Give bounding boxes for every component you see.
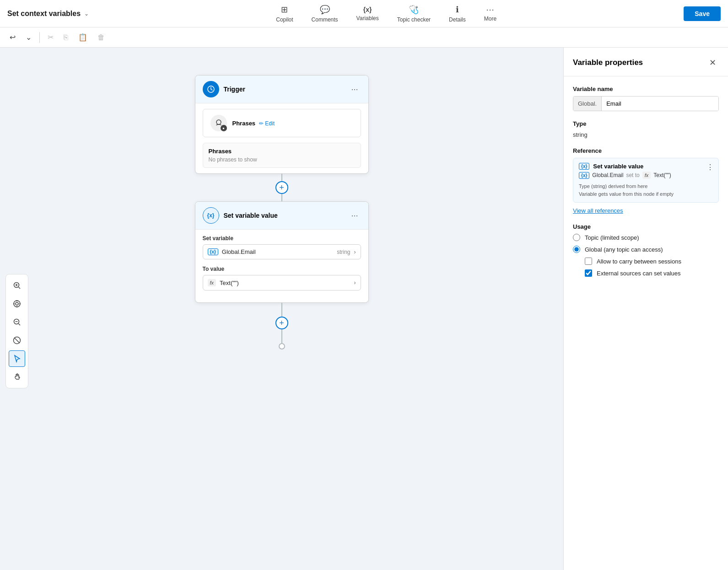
zoom-in-button[interactable] [9, 277, 25, 294]
var-name-row: Global. [573, 96, 719, 111]
trigger-menu-button[interactable]: ··· [348, 84, 361, 95]
phrases-info: Phrases ✏ Edit [232, 119, 275, 127]
global-radio-row: Global (any topic can access) [573, 246, 719, 253]
nav-details[interactable]: ℹ Details [447, 1, 468, 27]
toolbar: ↩ ⌄ ✂ ⎘ 📋 🗑 [0, 27, 728, 48]
trigger-header-left: Trigger [203, 81, 245, 97]
var-arrow-icon: › [354, 249, 356, 255]
nav-comments-label: Comments [312, 16, 338, 23]
nav-more[interactable]: ··· More [482, 1, 498, 26]
left-tools [5, 274, 28, 388]
hand-button[interactable] [9, 369, 25, 385]
ref-note-line2: Variable gets value from this node if em… [579, 190, 713, 198]
view-all-references-link[interactable]: View all references [573, 207, 623, 214]
cut-button[interactable]: ✂ [43, 31, 58, 44]
global-radio-label: Global (any topic can access) [585, 246, 663, 253]
external-checkbox-label: External sources can set values [597, 270, 681, 277]
cursor-button[interactable] [9, 350, 25, 367]
paste-button[interactable]: 📋 [74, 31, 92, 44]
undo-button[interactable]: ↩ [5, 31, 20, 44]
reference-group: Reference {x} Set variable value ⋮ {x} G… [573, 147, 719, 214]
trigger-node: Trigger ··· ● Phrases ✏ Edit [195, 75, 369, 174]
set-variable-section: Set variable {x} Global.Email string › [203, 235, 361, 259]
phrases-empty-text: No phrases to show [209, 156, 355, 163]
svg-point-15 [216, 120, 221, 124]
block-button[interactable] [9, 332, 25, 349]
var-name-text: Global.Email [222, 248, 333, 255]
delete-button[interactable]: 🗑 [93, 31, 109, 44]
topic-radio-label: Topic (limited scope) [585, 234, 639, 241]
set-var-menu-button[interactable]: ··· [348, 210, 361, 221]
ref-menu-button[interactable]: ⋮ [706, 163, 714, 172]
connector-1: + [275, 174, 288, 201]
connector-line-1 [281, 174, 282, 181]
nav-topic-checker-label: Topic checker [397, 16, 431, 23]
edit-link[interactable]: ✏ Edit [259, 120, 275, 127]
trigger-node-header: Trigger ··· [195, 75, 368, 103]
nav-comments[interactable]: 💬 Comments [310, 1, 340, 27]
copy-button[interactable]: ⎘ [59, 31, 72, 44]
connector-line-1b [281, 194, 282, 201]
var-badge: {x} [208, 248, 218, 255]
usage-group: Usage Topic (limited scope) Global (any … [573, 223, 719, 277]
phrases-section-title: Phrases [209, 148, 355, 155]
zoom-out-button[interactable] [9, 314, 25, 330]
svg-point-5 [14, 301, 20, 307]
usage-label: Usage [573, 223, 719, 230]
svg-line-1 [19, 287, 21, 289]
ref-var-name: Global.Email [592, 172, 623, 178]
carry-checkbox-label: Allow to carry between sessions [597, 258, 681, 265]
external-checkbox[interactable] [585, 269, 592, 277]
to-value-field[interactable]: fx Text("") › [203, 275, 361, 290]
to-value-label: To value [203, 266, 361, 272]
var-name-group: Variable name Global. [573, 86, 719, 111]
center-button[interactable] [9, 296, 25, 312]
set-var-icon: {x} [203, 207, 219, 224]
set-var-header: {x} Set variable value ··· [195, 202, 368, 230]
add-node-button-1[interactable]: + [275, 181, 288, 194]
svg-line-11 [19, 324, 21, 326]
nav-variables-label: Variables [356, 15, 379, 22]
undo-history-button[interactable]: ⌄ [22, 31, 36, 44]
global-radio[interactable] [573, 246, 580, 253]
phrases-label: Phrases [232, 120, 256, 127]
comments-icon: 💬 [320, 5, 330, 15]
var-type-text: string [337, 249, 350, 255]
add-node-button-2[interactable]: + [275, 317, 288, 329]
var-name-input[interactable] [602, 97, 718, 111]
ref-badge: {x} [579, 163, 589, 170]
page-title: Set context variables [7, 10, 81, 18]
flow-end-circle [279, 343, 285, 350]
carry-checkbox[interactable] [585, 258, 592, 265]
save-button[interactable]: Save [684, 6, 721, 21]
topic-radio-row: Topic (limited scope) [573, 234, 719, 241]
var-prefix-label: Global. [573, 97, 602, 111]
ref-note-line1: Type (string) derived from here [579, 183, 713, 190]
reference-label: Reference [573, 147, 719, 154]
flow-end-line-2 [281, 329, 282, 343]
ref-row: {x} Set variable value ⋮ [579, 163, 713, 170]
type-value: string [573, 131, 588, 138]
right-panel: Variable properties ✕ Variable name Glob… [563, 48, 728, 570]
ref-fx-value: Text("") [653, 172, 671, 178]
type-group: Type string [573, 120, 719, 138]
nav-variables[interactable]: {x} Variables [355, 2, 381, 25]
reference-box: {x} Set variable value ⋮ {x} Global.Emai… [573, 158, 719, 203]
to-value-section: To value fx Text("") › [203, 266, 361, 290]
main-area: Trigger ··· ● Phrases ✏ Edit [0, 48, 728, 570]
to-value-arrow-icon: › [354, 280, 356, 286]
topic-radio[interactable] [573, 234, 580, 241]
ref-set-to-text: set to [626, 172, 639, 178]
nav-details-label: Details [449, 16, 466, 23]
nav-copilot[interactable]: ⊞ Copilot [274, 1, 295, 27]
panel-header: Variable properties ✕ [564, 48, 728, 76]
title-chevron-icon[interactable]: ⌄ [84, 11, 89, 17]
set-variable-field[interactable]: {x} Global.Email string › [203, 244, 361, 259]
external-checkbox-row: External sources can set values [585, 269, 719, 277]
carry-checkbox-row: Allow to carry between sessions [585, 258, 719, 265]
ref-fx-badge: fx [642, 172, 651, 179]
copilot-icon: ⊞ [281, 5, 288, 15]
ref-detail: {x} Global.Email set to fx Text("") [579, 172, 713, 179]
nav-topic-checker[interactable]: 🩺 Topic checker [395, 1, 432, 27]
panel-close-button[interactable]: ✕ [706, 57, 719, 69]
